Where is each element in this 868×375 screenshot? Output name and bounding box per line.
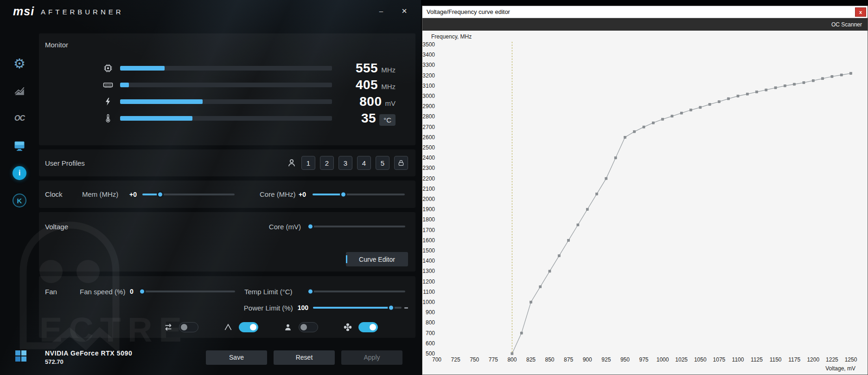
svg-text:775: 775 — [489, 356, 498, 363]
profile-toggle[interactable] — [299, 322, 318, 332]
core-clock-label: Core (MHz) — [260, 190, 299, 198]
power-limit-value: 100 — [298, 304, 308, 311]
lock-icon — [397, 159, 405, 167]
memory-clock-value: 405 — [356, 78, 378, 92]
close-button[interactable]: ✕ — [401, 7, 408, 15]
curve-editor-toolbar: OC Scanner — [422, 18, 868, 31]
svg-text:800: 800 — [507, 356, 517, 363]
svg-text:2100: 2100 — [422, 186, 435, 192]
clock-title: Clock — [45, 190, 82, 198]
benchmark-icon[interactable] — [13, 84, 26, 98]
svg-text:1150: 1150 — [770, 356, 782, 363]
svg-text:Voltage, mV: Voltage, mV — [825, 365, 855, 372]
msi-logo: msi — [13, 5, 34, 18]
curve-editor-window-title: Voltage/Frequency curve editor — [427, 8, 510, 15]
mem-clock-slider-thumb[interactable] — [157, 191, 164, 198]
fan-auto-toggle[interactable] — [358, 322, 378, 332]
curve-editor-window: Voltage/Frequency curve editor x OC Scan… — [422, 6, 868, 375]
svg-text:825: 825 — [526, 356, 536, 363]
kombustor-icon[interactable]: K — [13, 194, 26, 207]
afterburner-logo-text: AFTERBURNER — [41, 8, 124, 16]
footer: NVIDIA GeForce RTX 5090 572.70 Save Rese… — [39, 343, 415, 371]
msi-afterburner-window: ECTRE msi AFTERBURNER – ✕ ⚙ OC i K — [0, 0, 421, 375]
svg-text:975: 975 — [639, 356, 648, 363]
core-voltage-slider-thumb[interactable] — [307, 223, 314, 230]
svg-text:1050: 1050 — [694, 356, 707, 363]
profile-button-1[interactable]: 1 — [301, 156, 315, 170]
temp-limit-slider[interactable] — [308, 291, 405, 292]
svg-text:1025: 1025 — [675, 356, 688, 363]
svg-text:1800: 1800 — [422, 216, 435, 223]
memory-clock-unit: MHz — [381, 83, 396, 91]
fan-speed-value: 0 — [126, 288, 137, 295]
svg-text:1500: 1500 — [422, 247, 435, 254]
power-limit-slider-thumb[interactable] — [388, 304, 395, 311]
vf-chart-area: 5006007008009001000110012001300140015001… — [422, 31, 868, 375]
core-voltage-slider[interactable] — [308, 226, 405, 227]
mem-clock-label: Mem (MHz) — [82, 190, 124, 198]
mem-clock-slider[interactable] — [142, 194, 235, 195]
startup-icon — [223, 323, 234, 332]
sync-arrows-icon — [163, 322, 174, 332]
monitor-title: Monitor — [45, 41, 415, 49]
svg-text:3200: 3200 — [422, 72, 435, 79]
save-button[interactable]: Save — [206, 350, 267, 365]
driver-version: 572.70 — [45, 358, 132, 365]
svg-text:900: 900 — [583, 356, 592, 363]
oc-scanner-button[interactable]: OC Scanner — [831, 21, 862, 28]
svg-text:1250: 1250 — [845, 356, 857, 363]
core-voltage-label: Core (mV) — [269, 223, 301, 231]
core-clock-unit: MHz — [381, 66, 396, 74]
monitor-display-icon[interactable] — [13, 139, 26, 153]
close-icon[interactable]: x — [855, 7, 866, 17]
svg-text:3500: 3500 — [422, 41, 435, 48]
reset-button[interactable]: Reset — [274, 350, 335, 365]
fan-speed-slider-thumb[interactable] — [139, 288, 146, 295]
core-clock-slider[interactable] — [313, 194, 405, 195]
svg-text:2000: 2000 — [422, 196, 435, 202]
fan-speed-label: Fan speed (%) — [80, 288, 126, 296]
profile-button-5[interactable]: 5 — [376, 156, 389, 170]
oc-scanner-icon[interactable]: OC — [13, 111, 26, 125]
temp-limit-label: Temp Limit (°C) — [244, 288, 302, 296]
apply-button[interactable]: Apply — [341, 350, 402, 365]
svg-text:2600: 2600 — [422, 134, 435, 141]
info-icon[interactable]: i — [13, 166, 26, 180]
monitor-row-core-clock: 555MHz — [45, 60, 415, 77]
svg-text:1300: 1300 — [422, 268, 435, 274]
power-limit-slider[interactable] — [313, 307, 402, 309]
fan-speed-slider[interactable] — [140, 291, 235, 292]
core-clock-slider-thumb[interactable] — [340, 191, 347, 198]
voltage-bolt-icon — [102, 97, 114, 106]
minimize-button[interactable]: – — [377, 7, 385, 15]
temperature-value: 35 — [361, 111, 376, 125]
svg-text:1200: 1200 — [422, 278, 435, 285]
profile-person-icon — [282, 323, 294, 332]
startup-toggle[interactable] — [239, 322, 258, 332]
temperature-bar — [120, 116, 332, 121]
svg-text:1200: 1200 — [807, 356, 819, 363]
svg-text:900: 900 — [426, 309, 435, 316]
svg-text:1225: 1225 — [826, 356, 838, 363]
sync-toggle[interactable] — [179, 322, 198, 332]
curve-editor-titlebar: Voltage/Frequency curve editor x — [422, 6, 868, 18]
profile-button-3[interactable]: 3 — [338, 156, 352, 170]
svg-text:2400: 2400 — [422, 155, 435, 161]
svg-text:Frequency, MHz: Frequency, MHz — [431, 33, 472, 40]
settings-gear-icon[interactable]: ⚙ — [13, 57, 26, 71]
afterburner-titlebar: msi AFTERBURNER – ✕ — [0, 0, 421, 22]
svg-text:1100: 1100 — [423, 289, 435, 295]
svg-text:3300: 3300 — [422, 62, 435, 68]
svg-text:1000: 1000 — [657, 356, 669, 363]
temperature-unit: °C — [379, 114, 396, 126]
svg-text:875: 875 — [564, 356, 573, 363]
profile-button-2[interactable]: 2 — [320, 156, 334, 170]
temp-limit-slider-thumb[interactable] — [307, 288, 314, 295]
profile-button-4[interactable]: 4 — [357, 156, 371, 170]
vf-curve-chart[interactable]: 5006007008009001000110012001300140015001… — [422, 31, 868, 375]
svg-text:500: 500 — [426, 350, 435, 357]
profile-lock-button[interactable] — [394, 156, 408, 170]
curve-editor-button[interactable]: Curve Editor — [346, 252, 408, 266]
svg-text:850: 850 — [545, 356, 554, 363]
windows-logo-icon[interactable] — [15, 350, 27, 362]
